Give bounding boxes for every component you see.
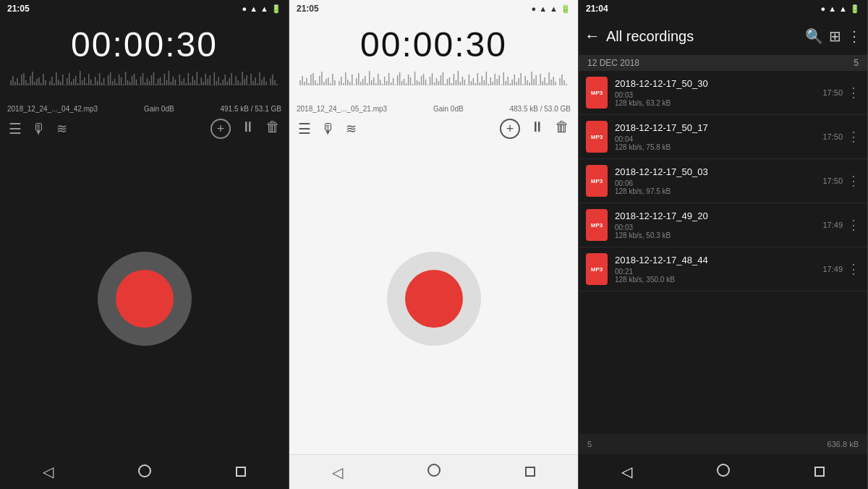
delete-icon-2[interactable]: 🗑 (555, 119, 569, 139)
filename-1: 2018_12_24_..._04_42.mp3 (7, 105, 98, 113)
rec-time: 17:49 (822, 265, 843, 273)
record-dot-1 (116, 270, 174, 328)
wifi-icon: ▲ (250, 4, 258, 13)
panel-recorder-dark: 21:05 ● ▲ ▲ 🔋 00:00:30 (0, 0, 289, 489)
mp3-badge: MP3 (586, 77, 608, 109)
rec-name: 2018-12-12-17_49_20 (615, 211, 822, 221)
list-item[interactable]: MP3 2018-12-12-17_49_20 00:03 128 kb/s, … (579, 203, 867, 247)
gain-2: Gain 0dB (433, 105, 464, 113)
record-dot-2 (405, 270, 463, 328)
panel-recorder-light: 21:05 ● ▲ ▲ 🔋 00:00:30 (289, 0, 579, 489)
status-bar-1: 21:05 ● ▲ ▲ 🔋 (0, 0, 289, 17)
status-icons-2: ● ▲ ▲ 🔋 (532, 4, 571, 14)
rec-info: 2018-12-12-17_50_17 00:04 128 kb/s, 75.8… (615, 122, 822, 151)
home-nav-1[interactable] (138, 464, 151, 480)
more-options-icon[interactable]: ⋮ (847, 173, 860, 189)
timer-display-1: 00:00:30 (0, 17, 289, 67)
rec-duration: 00:06 (615, 179, 822, 187)
record-area-1 (0, 143, 289, 454)
more-options-icon[interactable]: ⋮ (847, 261, 860, 277)
filename-2: 2018_12_24_..._05_21.mp3 (297, 105, 387, 113)
signal-icon: ▲ (260, 4, 268, 13)
pause-icon-2[interactable]: ⏸ (530, 119, 545, 139)
rec-name: 2018-12-12-17_50_03 (615, 166, 822, 177)
record-button-1[interactable] (98, 252, 192, 346)
gain-1: Gain 0dB (144, 105, 174, 113)
wave-icon-2[interactable]: ≋ (346, 121, 357, 137)
status-time-3: 21:04 (586, 4, 608, 14)
battery-icon-2: 🔋 (561, 4, 571, 14)
mic-icon-1[interactable]: 🎙 (32, 121, 46, 137)
signal-icon-2: ▲ (550, 4, 558, 13)
wifi-icon-3: ▲ (828, 4, 836, 13)
rec-dot-icon-2: ● (532, 4, 537, 13)
delete-icon-1[interactable]: 🗑 (265, 119, 280, 139)
toolbar-right-1: + ⏸ 🗑 (210, 119, 280, 139)
status-time-1: 21:05 (7, 4, 30, 14)
toolbar-2: ☰ 🎙 ≋ + ⏸ 🗑 (289, 114, 578, 143)
add-icon-1[interactable]: + (210, 119, 231, 139)
signal-icon-3: ▲ (839, 4, 847, 13)
rec-time: 17:50 (822, 132, 843, 141)
rec-time: 17:50 (822, 88, 843, 97)
rec-duration: 00:21 (615, 268, 822, 276)
search-icon-3[interactable]: 🔍 (805, 27, 823, 45)
rec-duration: 00:04 (615, 135, 822, 143)
date-header: 12 DEC 2018 5 (579, 55, 867, 71)
battery-icon: 🔋 (271, 4, 281, 14)
date-label: 12 DEC 2018 (587, 58, 639, 68)
list-icon-1[interactable]: ☰ (9, 120, 22, 137)
list-item[interactable]: MP3 2018-12-12-17_50_03 00:06 128 kb/s, … (579, 159, 867, 203)
more-options-icon[interactable]: ⋮ (847, 217, 860, 233)
more-icon-3[interactable]: ⋮ (847, 27, 861, 45)
panel-recordings-list: 21:04 ● ▲ ▲ 🔋 ← All recordings 🔍 ⊞ ⋮ 12 … (579, 0, 868, 489)
status-bar-2: 21:05 ● ▲ ▲ 🔋 (289, 0, 578, 17)
list-item[interactable]: MP3 2018-12-12-17_48_44 00:21 128 kb/s, … (579, 247, 867, 292)
rec-dot-icon: ● (242, 4, 247, 13)
rec-name: 2018-12-12-17_50_30 (615, 78, 822, 89)
more-options-icon[interactable]: ⋮ (847, 85, 860, 101)
back-button-3[interactable]: ← (584, 27, 600, 46)
mp3-badge: MP3 (586, 121, 608, 153)
footer-size: 636.8 kB (827, 440, 859, 448)
mp3-badge: MP3 (586, 165, 608, 197)
rec-meta: 128 kb/s, 350.0 kB (615, 276, 822, 284)
toolbar-right-2: + ⏸ 🗑 (500, 119, 569, 139)
toolbar-1: ☰ 🎙 ≋ + ⏸ 🗑 (0, 114, 289, 143)
home-nav-2[interactable] (427, 464, 441, 480)
recordings-list: MP3 2018-12-12-17_50_30 00:03 128 kb/s, … (579, 71, 867, 434)
stop-nav-1[interactable] (236, 464, 246, 480)
add-icon-2[interactable]: + (500, 119, 520, 139)
rec-info: 2018-12-12-17_49_20 00:03 128 kb/s, 50.3… (615, 211, 822, 239)
grid-icon-3[interactable]: ⊞ (829, 27, 841, 45)
rec-info: 2018-12-12-17_48_44 00:21 128 kb/s, 350.… (615, 255, 822, 284)
timer-display-2: 00:00:30 (289, 17, 578, 67)
record-button-2[interactable] (387, 252, 481, 346)
list-item[interactable]: MP3 2018-12-12-17_50_30 00:03 128 kb/s, … (579, 71, 867, 115)
rec-meta: 128 kb/s, 63.2 kB (615, 99, 822, 107)
rec-name: 2018-12-12-17_48_44 (615, 255, 822, 265)
record-area-2 (289, 143, 578, 454)
date-count: 5 (854, 58, 859, 68)
mic-icon-2[interactable]: 🎙 (321, 121, 336, 137)
status-icons-1: ● ▲ ▲ 🔋 (242, 4, 281, 14)
stop-nav-3[interactable] (814, 464, 825, 480)
wave-icon-1[interactable]: ≋ (56, 121, 67, 137)
battery-icon-3: 🔋 (850, 4, 860, 14)
back-nav-1[interactable]: ◁ (43, 463, 54, 480)
home-nav-3[interactable] (717, 464, 730, 480)
list-icon-2[interactable]: ☰ (298, 120, 311, 137)
rec-dot-icon-3: ● (821, 4, 826, 13)
pause-icon-1[interactable]: ⏸ (241, 119, 255, 139)
more-options-icon[interactable]: ⋮ (847, 129, 860, 145)
page-title-3: All recordings (606, 28, 799, 45)
back-nav-2[interactable]: ◁ (332, 464, 343, 481)
nav-bar-2: ◁ (289, 454, 578, 489)
back-nav-3[interactable]: ◁ (621, 463, 632, 480)
stop-nav-2[interactable] (525, 464, 535, 480)
waveform-2 (289, 67, 578, 103)
status-icons-3: ● ▲ ▲ 🔋 (821, 4, 860, 14)
list-item[interactable]: MP3 2018-12-12-17_50_17 00:04 128 kb/s, … (579, 115, 867, 159)
footer-bar: 5 636.8 kB (579, 434, 867, 454)
size-2: 483.5 kB / 53.0 GB (509, 105, 571, 113)
